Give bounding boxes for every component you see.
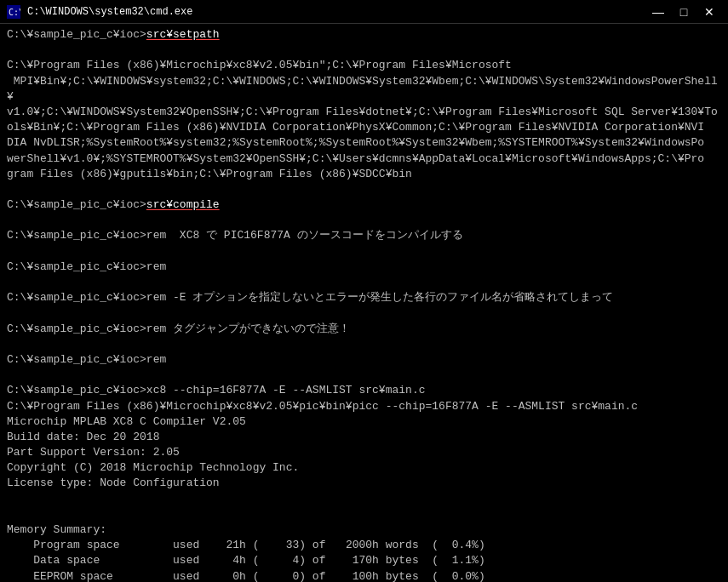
terminal-line: EEPROM space used 0h ( 0) of 100h bytes … — [7, 569, 721, 582]
cmd-icon: C:\ — [7, 5, 20, 19]
terminal-line: gram Files (x86)¥gputils¥bin;C:\¥Program… — [7, 167, 721, 182]
minimize-button[interactable]: — — [646, 3, 670, 21]
terminal-line: Part Support Version: 2.05 — [7, 445, 721, 460]
terminal-line — [7, 213, 721, 228]
cmd-window: C:\ C:\WINDOWS\system32\cmd.exe — □ ✕ C:… — [0, 0, 728, 582]
terminal-line: MPI¥Bin¥;C:\¥WINDOWS¥system32;C:\¥WINDOW… — [7, 74, 721, 105]
terminal-line: C:\¥sample_pic_c¥ioc>rem XC8 で PIC16F877… — [7, 228, 721, 243]
terminal-line: C:\¥sample_pic_c¥ioc>rem -E オプションを指定しないと… — [7, 290, 721, 305]
terminal-line: DIA NvDLISR;%SystemRoot%¥system32;%Syste… — [7, 135, 721, 151]
terminal-line: C:\¥Program Files (x86)¥Microchip¥xc8¥v2… — [7, 58, 721, 73]
terminal-line: C:\¥sample_pic_c¥ioc>rem タグジャンプができないので注意… — [7, 322, 721, 337]
window-controls: — □ ✕ — [646, 3, 721, 21]
terminal-line — [7, 368, 721, 383]
terminal-line: License type: Node Configuration — [7, 476, 721, 491]
terminal-line: Memory Summary: — [7, 522, 721, 538]
close-button[interactable]: ✕ — [697, 3, 721, 21]
terminal-line: C:\¥sample_pic_c¥ioc>xc8 --chip=16F877A … — [7, 383, 721, 398]
window-title: C:\WINDOWS\system32\cmd.exe — [27, 6, 192, 18]
terminal-line: C:\¥sample_pic_c¥ioc>rem — [7, 352, 721, 368]
terminal-body[interactable]: C:\¥sample_pic_c¥ioc>src¥setpath C:\¥Pro… — [0, 24, 728, 582]
terminal-line: C:\¥sample_pic_c¥ioc>rem — [7, 260, 721, 275]
terminal-line: Build date: Dec 20 2018 — [7, 430, 721, 445]
terminal-line — [7, 182, 721, 197]
terminal-line — [7, 244, 721, 260]
terminal-line — [7, 305, 721, 321]
title-bar: C:\ C:\WINDOWS\system32\cmd.exe — □ ✕ — [0, 0, 728, 24]
terminal-line: Copyright (C) 2018 Microchip Technology … — [7, 460, 721, 476]
terminal-line — [7, 275, 721, 290]
terminal-line: ols¥Bin¥;C:\¥Program Files (x86)¥NVIDIA … — [7, 120, 721, 135]
terminal-line: Program space used 21h ( 33) of 2000h wo… — [7, 538, 721, 553]
svg-text:C:\: C:\ — [9, 8, 20, 17]
terminal-line — [7, 337, 721, 352]
terminal-line — [7, 507, 721, 522]
terminal-line — [7, 492, 721, 507]
terminal-line: Microchip MPLAB XC8 C Compiler V2.05 — [7, 414, 721, 430]
terminal-line — [7, 43, 721, 58]
maximize-button[interactable]: □ — [672, 3, 696, 21]
terminal-line: C:\¥sample_pic_c¥ioc>src¥compile — [7, 197, 721, 213]
terminal-line: werShell¥v1.0¥;%SYSTEMROOT%¥System32¥Ope… — [7, 151, 721, 167]
terminal-line: v1.0¥;C:\¥WINDOWS¥System32¥OpenSSH¥;C:\¥… — [7, 105, 721, 120]
terminal-line: C:\¥sample_pic_c¥ioc>src¥setpath — [7, 27, 721, 43]
title-bar-left: C:\ C:\WINDOWS\system32\cmd.exe — [7, 5, 192, 19]
terminal-line: C:\¥Program Files (x86)¥Microchip¥xc8¥v2… — [7, 399, 721, 414]
terminal-line: Data space used 4h ( 4) of 170h bytes ( … — [7, 553, 721, 568]
